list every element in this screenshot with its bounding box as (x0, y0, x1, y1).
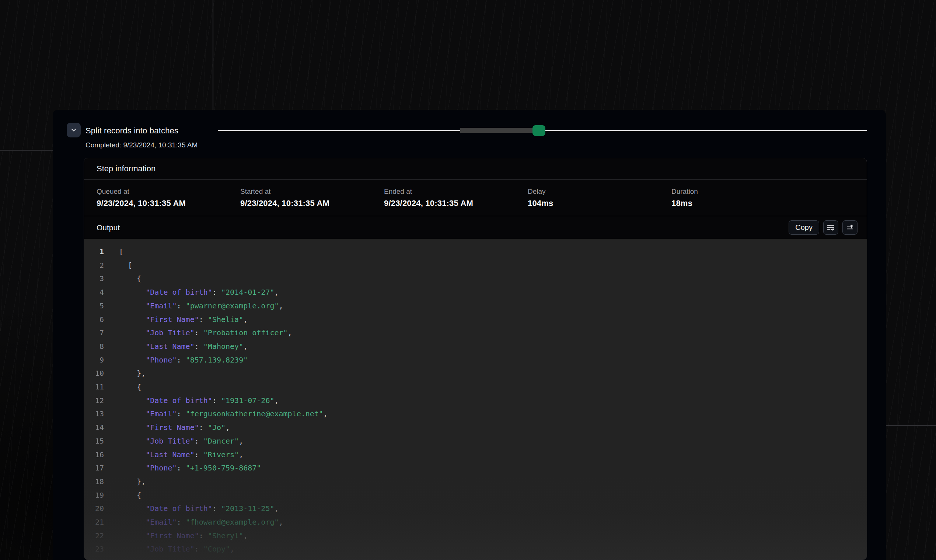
line-number: 5 (84, 299, 104, 313)
metadata-value: 104ms (528, 198, 671, 208)
code-line: 20 "Date of birth": "2013-11-25", (84, 502, 867, 515)
code-line: 16 "Last Name": "Rivers", (84, 448, 867, 462)
line-number: 10 (84, 366, 104, 380)
code-line-content: "Job Title": "Dancer", (104, 434, 243, 448)
step-information-header: Step information (84, 158, 867, 180)
code-line-content: { (104, 380, 141, 394)
line-number: 9 (84, 353, 104, 367)
output-code-viewer[interactable]: 1[2 [3 {4 "Date of birth": "2014-01-27",… (84, 239, 867, 560)
wrap-text-button[interactable] (823, 220, 838, 235)
metadata-label: Started at (240, 188, 384, 195)
line-number: 13 (84, 407, 104, 421)
metadata-value: 9/23/2024, 10:31:35 AM (97, 198, 240, 208)
metadata-value: 9/23/2024, 10:31:35 AM (384, 198, 528, 208)
code-line-content: "Date of birth": "2013-11-25", (104, 502, 279, 515)
line-number: 6 (84, 313, 104, 326)
code-line-content: "Last Name": "Rivers", (104, 448, 243, 462)
line-number: 2 (84, 258, 104, 272)
step-timeline (218, 125, 867, 137)
code-line-content: }, (104, 475, 146, 489)
wrap-text-icon (827, 223, 835, 232)
step-metadata-row: Queued at9/23/2024, 10:31:35 AMStarted a… (84, 180, 867, 216)
code-line: 1[ (84, 245, 867, 258)
code-line-content: "Date of birth": "1931-07-26", (104, 394, 279, 408)
metadata-value: 18ms (671, 198, 815, 208)
code-line: 12 "Date of birth": "1931-07-26", (84, 394, 867, 408)
code-line-content: "Last Name": "Mahoney", (104, 340, 248, 353)
step-detail-panel: Split records into batches Completed: 9/… (53, 110, 886, 560)
code-line-content: { (104, 272, 141, 286)
step-information-card: Step information Queued at9/23/2024, 10:… (84, 158, 867, 560)
code-line-content: }, (104, 366, 146, 380)
step-title: Split records into batches (86, 126, 179, 135)
collapse-step-button[interactable] (67, 123, 81, 137)
code-block: 1[2 [3 {4 "Date of birth": "2014-01-27",… (84, 245, 867, 556)
code-line: 5 "Email": "pwarner@example.org", (84, 299, 867, 313)
code-line-content: { (104, 489, 141, 502)
step-information-title: Step information (97, 164, 155, 174)
background-horizontal-line-right (886, 425, 936, 426)
code-line-content: "Email": "fergusonkatherine@example.net"… (104, 407, 328, 421)
metadata-field: Started at9/23/2024, 10:31:35 AM (240, 188, 384, 208)
background-horizontal-line-left (0, 150, 53, 151)
line-number: 20 (84, 502, 104, 515)
code-line: 8 "Last Name": "Mahoney", (84, 340, 867, 353)
timeline-range (460, 128, 533, 133)
code-line: 19 { (84, 489, 867, 502)
metadata-field: Ended at9/23/2024, 10:31:35 AM (384, 188, 528, 208)
line-number: 8 (84, 340, 104, 353)
code-line: 18 }, (84, 475, 867, 489)
line-number: 21 (84, 515, 104, 529)
code-line: 4 "Date of birth": "2014-01-27", (84, 286, 867, 299)
metadata-label: Queued at (97, 188, 240, 195)
code-line-content: "First Name": "Jo", (104, 421, 230, 434)
line-number: 7 (84, 326, 104, 340)
code-line: 10 }, (84, 366, 867, 380)
line-number: 12 (84, 394, 104, 408)
step-status: Completed: 9/23/2024, 10:31:35 AM (86, 141, 197, 149)
code-line: 9 "Phone": "857.139.8239" (84, 353, 867, 367)
code-line-content: "Phone": "857.139.8239" (104, 353, 248, 367)
code-line-content: "Email": "pwarner@example.org", (104, 299, 283, 313)
metadata-field: Delay104ms (528, 188, 671, 208)
code-line: 2 [ (84, 258, 867, 272)
code-line: 6 "First Name": "Shelia", (84, 313, 867, 326)
metadata-field: Duration18ms (671, 188, 815, 208)
line-number: 15 (84, 434, 104, 448)
line-number: 19 (84, 489, 104, 502)
metadata-field: Queued at9/23/2024, 10:31:35 AM (97, 188, 240, 208)
copy-button[interactable]: Copy (788, 220, 819, 235)
scroll-to-top-icon (846, 223, 854, 232)
code-line-content: [ (104, 258, 132, 272)
chevron-down-icon (70, 126, 77, 134)
code-line-content: "Email": "fhoward@example.org", (104, 515, 283, 529)
code-line: 15 "Job Title": "Dancer", (84, 434, 867, 448)
scroll-to-top-button[interactable] (842, 220, 857, 235)
code-line: 17 "Phone": "+1-950-759-8687" (84, 461, 867, 475)
line-number: 11 (84, 380, 104, 394)
output-title: Output (97, 223, 120, 232)
line-number: 17 (84, 461, 104, 475)
line-number: 22 (84, 529, 104, 543)
code-line-content: "First Name": "Sheryl", (104, 529, 248, 543)
code-line: 21 "Email": "fhoward@example.org", (84, 515, 867, 529)
code-line-content: "Phone": "+1-950-759-8687" (104, 461, 261, 475)
code-line-content: "Job Title": "Probation officer", (104, 326, 292, 340)
code-line: 13 "Email": "fergusonkatherine@example.n… (84, 407, 867, 421)
code-line-content: "Date of birth": "2014-01-27", (104, 286, 279, 299)
metadata-value: 9/23/2024, 10:31:35 AM (240, 198, 384, 208)
output-header-row: Output Copy (84, 216, 867, 239)
code-line-content: "First Name": "Shelia", (104, 313, 248, 326)
metadata-label: Ended at (384, 188, 528, 195)
line-number: 3 (84, 272, 104, 286)
background-vertical-line (212, 0, 213, 110)
code-line-content: [ (104, 245, 123, 258)
timeline-thumb[interactable] (533, 125, 545, 136)
code-line: 14 "First Name": "Jo", (84, 421, 867, 434)
code-line: 7 "Job Title": "Probation officer", (84, 326, 867, 340)
copy-button-label: Copy (795, 223, 813, 232)
code-line: 3 { (84, 272, 867, 286)
line-number: 14 (84, 421, 104, 434)
line-number: 23 (84, 542, 104, 556)
code-line: 23 "Job Title": "Copy", (84, 542, 867, 556)
